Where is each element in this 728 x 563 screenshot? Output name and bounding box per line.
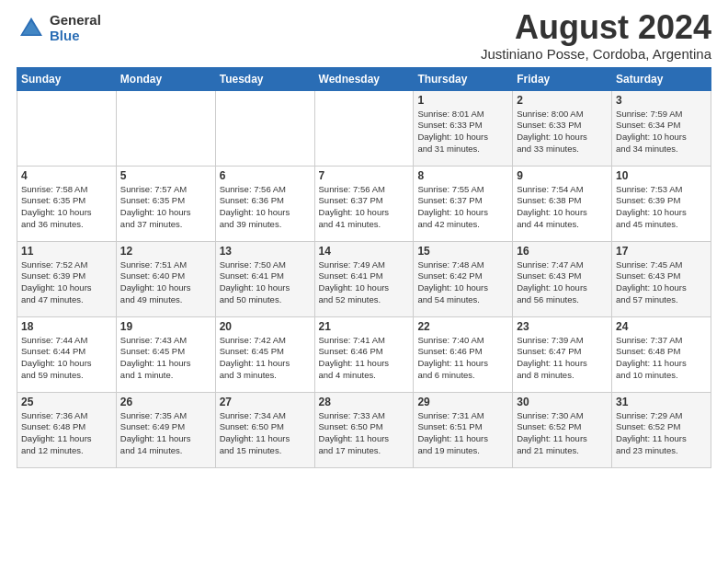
- calendar-cell: 3Sunrise: 7:59 AMSunset: 6:34 PMDaylight…: [612, 90, 711, 166]
- day-info: Sunrise: 7:54 AMSunset: 6:38 PMDaylight:…: [517, 184, 608, 231]
- day-number: 4: [21, 169, 112, 182]
- header-day-tuesday: Tuesday: [215, 67, 314, 90]
- day-number: 27: [220, 396, 311, 408]
- day-number: 9: [517, 169, 608, 182]
- calendar-cell: 6Sunrise: 7:56 AMSunset: 6:36 PMDaylight…: [215, 166, 314, 241]
- calendar-cell: 17Sunrise: 7:45 AMSunset: 6:43 PMDayligh…: [612, 241, 711, 316]
- day-number: 3: [616, 94, 707, 107]
- calendar-table: SundayMondayTuesdayWednesdayThursdayFrid…: [17, 67, 711, 468]
- day-number: 13: [220, 245, 311, 258]
- day-number: 18: [21, 320, 112, 333]
- day-number: 6: [220, 169, 311, 182]
- day-info: Sunrise: 7:45 AMSunset: 6:43 PMDaylight:…: [616, 259, 707, 306]
- calendar-cell: 20Sunrise: 7:42 AMSunset: 6:45 PMDayligh…: [215, 316, 314, 392]
- day-number: 19: [120, 320, 211, 333]
- header-day-monday: Monday: [116, 67, 215, 90]
- day-info: Sunrise: 7:41 AMSunset: 6:46 PMDaylight:…: [319, 335, 410, 382]
- calendar-cell: 7Sunrise: 7:56 AMSunset: 6:37 PMDaylight…: [314, 166, 414, 241]
- calendar-cell: 29Sunrise: 7:31 AMSunset: 6:51 PMDayligh…: [414, 392, 513, 467]
- day-info: Sunrise: 7:57 AMSunset: 6:35 PMDaylight:…: [120, 184, 211, 231]
- day-info: Sunrise: 7:58 AMSunset: 6:35 PMDaylight:…: [21, 184, 112, 231]
- day-number: 16: [517, 245, 608, 258]
- day-number: 17: [616, 245, 707, 258]
- calendar-cell: 9Sunrise: 7:54 AMSunset: 6:38 PMDaylight…: [513, 166, 612, 241]
- calendar-cell: 18Sunrise: 7:44 AMSunset: 6:44 PMDayligh…: [17, 316, 117, 392]
- day-info: Sunrise: 7:29 AMSunset: 6:52 PMDaylight:…: [616, 410, 707, 457]
- day-info: Sunrise: 7:40 AMSunset: 6:46 PMDaylight:…: [417, 335, 508, 382]
- calendar-cell: 4Sunrise: 7:58 AMSunset: 6:35 PMDaylight…: [17, 166, 117, 241]
- logo-icon: [17, 14, 46, 43]
- day-number: 5: [120, 169, 211, 182]
- day-number: 1: [417, 94, 508, 107]
- header: General Blue August 2024 Justiniano Poss…: [17, 9, 711, 62]
- calendar-cell: [215, 90, 314, 166]
- calendar-cell: 26Sunrise: 7:35 AMSunset: 6:49 PMDayligh…: [116, 392, 215, 467]
- calendar-cell: 16Sunrise: 7:47 AMSunset: 6:43 PMDayligh…: [513, 241, 612, 316]
- header-day-thursday: Thursday: [414, 67, 513, 90]
- day-info: Sunrise: 8:01 AMSunset: 6:33 PMDaylight:…: [417, 109, 508, 155]
- day-number: 24: [616, 320, 707, 333]
- day-number: 30: [517, 396, 608, 408]
- calendar-cell: [17, 90, 117, 166]
- calendar-cell: 21Sunrise: 7:41 AMSunset: 6:46 PMDayligh…: [314, 316, 414, 392]
- day-info: Sunrise: 7:48 AMSunset: 6:42 PMDaylight:…: [417, 259, 508, 306]
- day-info: Sunrise: 7:47 AMSunset: 6:43 PMDaylight:…: [517, 259, 608, 306]
- day-info: Sunrise: 7:56 AMSunset: 6:36 PMDaylight:…: [220, 184, 311, 231]
- calendar-cell: 22Sunrise: 7:40 AMSunset: 6:46 PMDayligh…: [414, 316, 513, 392]
- calendar-cell: 2Sunrise: 8:00 AMSunset: 6:33 PMDaylight…: [513, 90, 612, 166]
- day-number: 28: [319, 396, 410, 408]
- day-info: Sunrise: 7:49 AMSunset: 6:41 PMDaylight:…: [319, 259, 410, 306]
- day-info: Sunrise: 7:30 AMSunset: 6:52 PMDaylight:…: [517, 410, 608, 457]
- day-info: Sunrise: 7:31 AMSunset: 6:51 PMDaylight:…: [417, 410, 508, 457]
- day-number: 31: [616, 396, 707, 408]
- calendar-cell: 8Sunrise: 7:55 AMSunset: 6:37 PMDaylight…: [414, 166, 513, 241]
- day-info: Sunrise: 7:52 AMSunset: 6:39 PMDaylight:…: [21, 259, 112, 306]
- calendar-cell: 30Sunrise: 7:30 AMSunset: 6:52 PMDayligh…: [513, 392, 612, 467]
- day-number: 23: [517, 320, 608, 333]
- day-info: Sunrise: 7:37 AMSunset: 6:48 PMDaylight:…: [616, 335, 707, 382]
- day-info: Sunrise: 7:43 AMSunset: 6:45 PMDaylight:…: [120, 335, 211, 382]
- day-number: 26: [120, 396, 211, 408]
- calendar-cell: 15Sunrise: 7:48 AMSunset: 6:42 PMDayligh…: [414, 241, 513, 316]
- day-number: 14: [319, 245, 410, 258]
- month-title: August 2024: [481, 9, 711, 46]
- day-number: 25: [21, 396, 112, 408]
- day-info: Sunrise: 7:53 AMSunset: 6:39 PMDaylight:…: [616, 184, 707, 231]
- header-row: SundayMondayTuesdayWednesdayThursdayFrid…: [17, 67, 711, 90]
- day-number: 29: [417, 396, 508, 408]
- calendar-cell: 14Sunrise: 7:49 AMSunset: 6:41 PMDayligh…: [314, 241, 414, 316]
- day-number: 15: [417, 245, 508, 258]
- day-info: Sunrise: 7:50 AMSunset: 6:41 PMDaylight:…: [220, 259, 311, 306]
- calendar-cell: 23Sunrise: 7:39 AMSunset: 6:47 PMDayligh…: [513, 316, 612, 392]
- calendar-cell: [314, 90, 414, 166]
- day-info: Sunrise: 7:39 AMSunset: 6:47 PMDaylight:…: [517, 335, 608, 382]
- calendar-week-1: 1Sunrise: 8:01 AMSunset: 6:33 PMDaylight…: [17, 90, 711, 166]
- calendar-week-3: 11Sunrise: 7:52 AMSunset: 6:39 PMDayligh…: [17, 241, 711, 316]
- day-number: 8: [417, 169, 508, 182]
- calendar-cell: 1Sunrise: 8:01 AMSunset: 6:33 PMDaylight…: [414, 90, 513, 166]
- day-info: Sunrise: 7:36 AMSunset: 6:48 PMDaylight:…: [21, 410, 112, 457]
- day-number: 20: [220, 320, 311, 333]
- day-info: Sunrise: 8:00 AMSunset: 6:33 PMDaylight:…: [517, 109, 608, 155]
- calendar-cell: 13Sunrise: 7:50 AMSunset: 6:41 PMDayligh…: [215, 241, 314, 316]
- day-info: Sunrise: 7:56 AMSunset: 6:37 PMDaylight:…: [319, 184, 410, 231]
- day-number: 21: [319, 320, 410, 333]
- day-number: 22: [417, 320, 508, 333]
- calendar-cell: 25Sunrise: 7:36 AMSunset: 6:48 PMDayligh…: [17, 392, 117, 467]
- header-day-wednesday: Wednesday: [314, 67, 414, 90]
- day-info: Sunrise: 7:44 AMSunset: 6:44 PMDaylight:…: [21, 335, 112, 382]
- calendar-cell: [116, 90, 215, 166]
- day-info: Sunrise: 7:55 AMSunset: 6:37 PMDaylight:…: [417, 184, 508, 231]
- day-info: Sunrise: 7:34 AMSunset: 6:50 PMDaylight:…: [220, 410, 311, 457]
- calendar-cell: 27Sunrise: 7:34 AMSunset: 6:50 PMDayligh…: [215, 392, 314, 467]
- header-day-sunday: Sunday: [17, 67, 117, 90]
- calendar-cell: 24Sunrise: 7:37 AMSunset: 6:48 PMDayligh…: [612, 316, 711, 392]
- calendar-cell: 12Sunrise: 7:51 AMSunset: 6:40 PMDayligh…: [116, 241, 215, 316]
- calendar-cell: 19Sunrise: 7:43 AMSunset: 6:45 PMDayligh…: [116, 316, 215, 392]
- day-number: 2: [517, 94, 608, 107]
- day-info: Sunrise: 7:59 AMSunset: 6:34 PMDaylight:…: [616, 109, 707, 155]
- day-info: Sunrise: 7:42 AMSunset: 6:45 PMDaylight:…: [220, 335, 311, 382]
- calendar-week-4: 18Sunrise: 7:44 AMSunset: 6:44 PMDayligh…: [17, 316, 711, 392]
- header-day-saturday: Saturday: [612, 67, 711, 90]
- title-area: August 2024 Justiniano Posse, Cordoba, A…: [481, 9, 711, 62]
